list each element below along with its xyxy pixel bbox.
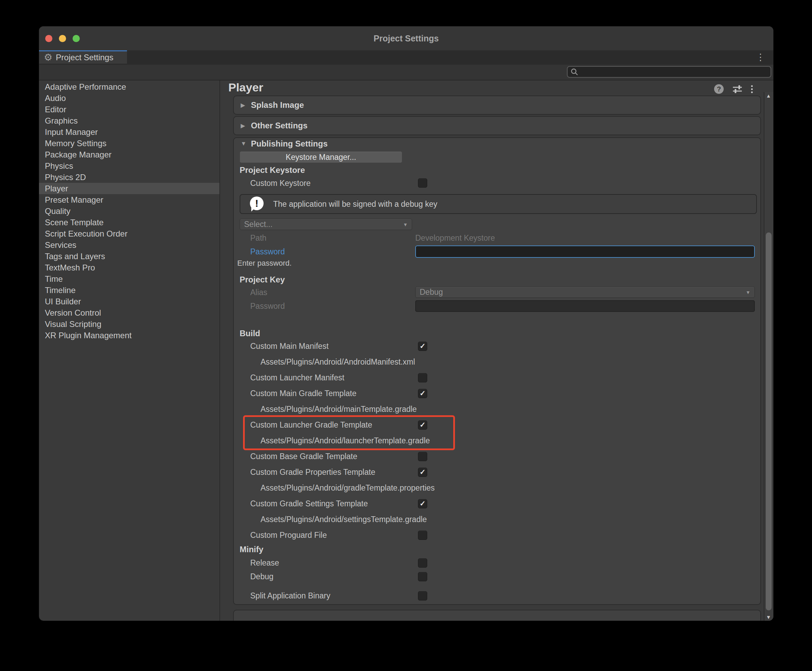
alias-label: Alias [250, 288, 267, 297]
window-titlebar[interactable]: Project Settings [39, 26, 773, 50]
debug-key-info-box: ! The application will be signed with a … [240, 194, 757, 214]
checkbox[interactable]: ✓ [418, 389, 427, 398]
key-password-label: Password [250, 301, 285, 311]
project-settings-window: Project Settings ⚙ Project Settings ⋮ Ad… [39, 26, 774, 621]
warning-icon: ! [250, 196, 265, 211]
chevron-right-icon: ▶ [241, 122, 247, 129]
traffic-lights [45, 26, 80, 50]
checkbox[interactable] [418, 373, 427, 382]
sidebar-item[interactable]: Visual Scripting [39, 318, 220, 330]
settings-category-list: Adaptive Performance Audio Editor Graphi… [39, 80, 220, 621]
keystore-select-dropdown[interactable]: Select... ▼ [240, 219, 412, 230]
section-other-settings: ▶ Other Settings [233, 116, 761, 135]
publishing-settings-foldout[interactable]: ▼ Publishing Settings [234, 138, 760, 149]
zoom-window-button[interactable] [73, 35, 80, 42]
other-settings-foldout[interactable]: ▶ Other Settings [234, 117, 760, 135]
minimize-window-button[interactable] [59, 35, 66, 42]
checkbox-row: Custom Launcher Gradle Template ✓ [245, 417, 453, 433]
chevron-right-icon: ▶ [241, 102, 247, 109]
tab-menu-kebab-icon[interactable]: ⋮ [756, 50, 765, 65]
sidebar-item[interactable]: Quality [39, 205, 220, 217]
highlight-red-box: Custom Launcher Gradle Template ✓ Assets… [243, 415, 455, 450]
sidebar-item[interactable]: Memory Settings [39, 138, 220, 149]
minify-label-row: Minify [240, 543, 762, 556]
keystore-manager-button[interactable]: Keystore Manager... [240, 151, 402, 163]
enter-password-hint: Enter password. [237, 259, 292, 268]
sidebar-item[interactable]: Package Manager [39, 149, 220, 160]
section-next-clipped [233, 610, 761, 621]
build-rows: Custom Main Manifest ✓ Assets/Plugins/An… [245, 338, 762, 603]
sidebar-item[interactable]: Scene Template [39, 217, 220, 228]
close-window-button[interactable] [45, 35, 53, 42]
sidebar-item[interactable]: Graphics [39, 115, 220, 126]
section-splash-image: ▶ Splash Image [233, 95, 761, 115]
sidebar-item[interactable]: Input Manager [39, 126, 220, 138]
sidebar-item[interactable]: Time [39, 273, 220, 284]
sidebar-item[interactable]: TextMesh Pro [39, 262, 220, 273]
checkbox[interactable] [418, 531, 427, 540]
project-keystore-label: Project Keystore [240, 165, 305, 175]
search-input[interactable] [567, 66, 771, 78]
checkbox[interactable] [418, 572, 427, 581]
custom-keystore-label: Custom Keystore [250, 178, 310, 188]
minify-label: Minify [240, 545, 263, 554]
sidebar-item[interactable]: Timeline [39, 284, 220, 296]
sidebar-item[interactable]: Audio [39, 92, 220, 104]
chevron-down-icon: ▼ [403, 222, 408, 227]
sidebar-item[interactable]: Services [39, 239, 220, 250]
vertical-scrollbar[interactable]: ▲ ▼ [764, 92, 773, 621]
sidebar-item[interactable]: Script Execution Order [39, 228, 220, 239]
checkbox[interactable]: ✓ [418, 421, 427, 430]
alias-dropdown[interactable]: Debug ▼ [415, 286, 755, 298]
checkbox[interactable] [418, 452, 427, 461]
tab-project-settings[interactable]: ⚙ Project Settings [39, 50, 127, 64]
window-title: Project Settings [39, 26, 773, 50]
sidebar-item[interactable]: Preset Manager [39, 194, 220, 205]
sidebar-item[interactable]: Version Control [39, 307, 220, 318]
checkbox-row: Release [245, 556, 762, 570]
chevron-down-icon: ▼ [241, 140, 247, 147]
path-value: Development Keystore [415, 233, 495, 243]
search-icon [570, 68, 579, 76]
minify-rows: Release Debug [245, 556, 762, 583]
template-path-row: Assets/Plugins/Android/mainTemplate.grad… [245, 401, 762, 417]
template-path-row: Assets/Plugins/Android/launcherTemplate.… [245, 433, 453, 448]
checkbox[interactable] [418, 559, 427, 568]
checkbox[interactable]: ✓ [418, 468, 427, 477]
sidebar-item[interactable]: Player [39, 183, 220, 194]
split-binary-row-wrap: Split Application Binary [245, 589, 762, 603]
gear-icon: ⚙ [44, 53, 53, 62]
scrollbar-thumb[interactable] [766, 232, 771, 610]
sidebar-item[interactable]: Editor [39, 104, 220, 115]
checkbox-row: Custom Main Gradle Template ✓ [245, 385, 762, 401]
template-path-row: Assets/Plugins/Android/AndroidManifest.x… [245, 354, 762, 370]
checkbox-row: Debug [245, 570, 762, 583]
keystore-password-label[interactable]: Password [250, 247, 285, 256]
sidebar-item[interactable]: Physics 2D [39, 172, 220, 183]
keystore-password-input[interactable] [415, 245, 755, 258]
scroll-down-arrow-icon[interactable]: ▼ [764, 614, 773, 620]
sidebar-item[interactable]: Adaptive Performance [39, 81, 220, 92]
key-password-input[interactable] [415, 300, 755, 312]
project-key-label: Project Key [240, 275, 285, 284]
scroll-up-arrow-icon[interactable]: ▲ [764, 93, 773, 99]
checkbox-row: Custom Launcher Manifest [245, 370, 762, 385]
sidebar-item[interactable]: UI Builder [39, 296, 220, 307]
checkbox[interactable]: ✓ [418, 499, 427, 508]
info-text: The application will be signed with a de… [273, 199, 437, 209]
sidebar-item[interactable]: Physics [39, 160, 220, 172]
checkbox[interactable]: ✓ [418, 342, 427, 351]
splash-image-foldout[interactable]: ▶ Splash Image [234, 96, 760, 114]
sidebar-item[interactable]: Tags and Layers [39, 250, 220, 262]
chevron-down-icon: ▼ [746, 290, 751, 295]
player-settings-panel: Player ? ▶ Splash Image [220, 80, 773, 621]
checkbox-row: Custom Base Gradle Template [245, 448, 762, 464]
custom-keystore-checkbox[interactable] [418, 178, 427, 187]
checkbox-row: Custom Main Manifest ✓ [245, 338, 762, 354]
path-label: Path [250, 233, 266, 243]
sidebar-item[interactable]: XR Plugin Management [39, 330, 220, 341]
template-path-row: Assets/Plugins/Android/gradleTemplate.pr… [245, 480, 762, 496]
desktop-background: Project Settings ⚙ Project Settings ⋮ Ad… [0, 0, 812, 671]
search-row [39, 65, 773, 80]
checkbox[interactable] [418, 591, 427, 601]
